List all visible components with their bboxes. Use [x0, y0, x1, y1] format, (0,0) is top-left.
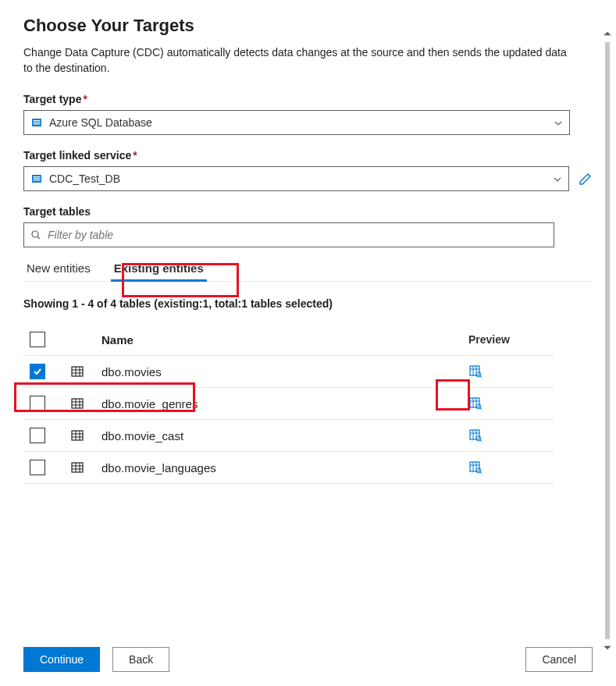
page-description: Change Data Capture (CDC) automatically … [23, 45, 570, 76]
row-checkbox[interactable] [30, 460, 45, 475]
svg-rect-37 [470, 430, 479, 439]
tab-existing-entities[interactable]: Existing entities [111, 254, 207, 281]
cancel-button[interactable]: Cancel [525, 647, 593, 672]
table-row[interactable]: dbo.movie_cast [23, 420, 554, 452]
target-type-select[interactable]: Azure SQL Database [23, 110, 570, 135]
linked-service-value: CDC_Test_DB [49, 172, 547, 185]
row-checkbox[interactable] [30, 364, 45, 379]
svg-rect-32 [72, 431, 83, 440]
edit-icon[interactable] [579, 172, 593, 186]
footer-bar: Continue Back Cancel [0, 635, 616, 686]
svg-rect-43 [72, 463, 83, 472]
back-button[interactable]: Back [112, 647, 169, 672]
table-icon [70, 428, 84, 443]
tables-list: Name Preview dbo.movies dbo.movie_genres… [23, 324, 554, 484]
table-icon [70, 364, 84, 379]
search-icon [30, 229, 41, 240]
table-row[interactable]: dbo.movie_genres [23, 388, 554, 420]
linked-service-select[interactable]: CDC_Test_DB [23, 166, 569, 191]
table-icon [70, 460, 84, 475]
row-checkbox[interactable] [30, 428, 45, 443]
svg-rect-2 [34, 122, 41, 123]
svg-rect-3 [34, 124, 41, 125]
filter-search-box[interactable] [23, 222, 554, 247]
continue-button[interactable]: Continue [23, 647, 100, 672]
svg-rect-5 [34, 176, 41, 177]
svg-rect-48 [470, 462, 479, 471]
filter-input[interactable] [48, 229, 547, 241]
svg-rect-26 [470, 398, 479, 407]
preview-icon[interactable] [468, 364, 482, 379]
table-row[interactable]: dbo.movies [23, 356, 554, 388]
column-preview-header: Preview [468, 333, 554, 346]
chevron-down-icon [553, 174, 562, 183]
svg-rect-15 [470, 366, 479, 375]
required-indicator: * [83, 93, 87, 105]
svg-line-31 [480, 408, 482, 410]
summary-text: Showing 1 - 4 of 4 tables (existing:1, t… [23, 297, 593, 310]
svg-line-42 [480, 440, 482, 442]
azure-sql-icon [30, 116, 43, 129]
svg-rect-7 [34, 180, 41, 181]
azure-sql-icon [30, 172, 43, 185]
svg-rect-6 [34, 178, 41, 179]
scrollbar[interactable] [605, 42, 610, 639]
target-type-value: Azure SQL Database [49, 116, 547, 129]
svg-line-9 [37, 236, 40, 239]
row-name: dbo.movie_genres [101, 397, 468, 411]
scroll-up-icon[interactable] [602, 28, 613, 39]
svg-line-53 [480, 472, 482, 474]
table-icon [70, 396, 84, 411]
svg-rect-1 [34, 120, 41, 121]
column-name-header: Name [101, 333, 468, 347]
preview-icon[interactable] [468, 460, 482, 475]
table-header: Name Preview [23, 324, 554, 356]
preview-icon[interactable] [468, 428, 482, 443]
preview-icon[interactable] [468, 396, 482, 411]
target-tables-label: Target tables [23, 205, 593, 218]
svg-line-20 [480, 376, 482, 378]
row-name: dbo.movies [101, 365, 468, 379]
row-name: dbo.movie_languages [101, 461, 468, 475]
svg-rect-21 [72, 399, 83, 408]
svg-rect-10 [72, 367, 83, 376]
required-indicator: * [133, 149, 137, 162]
scroll-down-icon[interactable] [602, 642, 613, 653]
row-checkbox[interactable] [30, 396, 45, 411]
row-name: dbo.movie_cast [101, 429, 468, 443]
table-row[interactable]: dbo.movie_languages [23, 452, 554, 484]
svg-point-8 [32, 231, 38, 237]
page-title: Choose Your Targets [23, 16, 593, 36]
tab-new-entities[interactable]: New entities [23, 254, 94, 281]
target-type-label: Target type* [23, 93, 593, 105]
linked-service-label: Target linked service* [23, 149, 593, 162]
select-all-checkbox[interactable] [30, 332, 45, 347]
chevron-down-icon [554, 118, 563, 127]
